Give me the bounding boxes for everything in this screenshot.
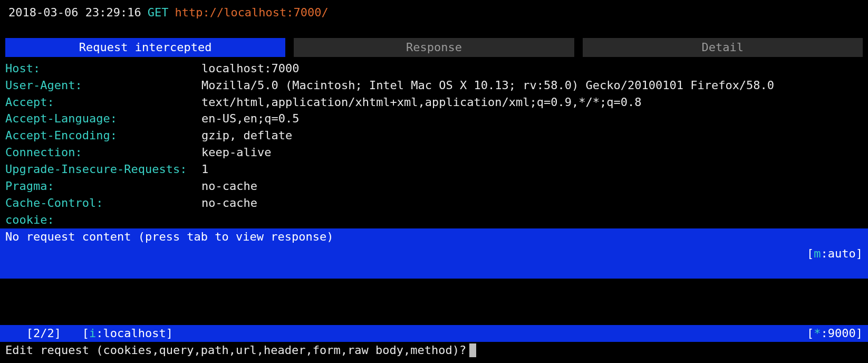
header-name: Accept: — [5, 94, 201, 111]
status-left: [2/2] [i:localhost] — [5, 325, 173, 342]
header-value: no-cache — [201, 195, 257, 212]
prompt-text: Edit request (cookies,query,path,url,hea… — [5, 342, 466, 359]
request-headers: Host: localhost:7000 User-Agent: Mozilla… — [0, 57, 868, 228]
display-mode: [m:auto] — [779, 228, 863, 279]
header-row[interactable]: User-Agent: Mozilla/5.0 (Macintosh; Inte… — [5, 77, 863, 94]
header-name: cookie: — [5, 212, 201, 228]
header-name: Accept-Encoding: — [5, 127, 201, 144]
bracket-open: [ — [807, 247, 814, 260]
timestamp: 2018-03-06 23:29:16 — [8, 4, 141, 21]
cursor-icon — [469, 343, 476, 357]
bracket-close: ] — [166, 327, 173, 340]
header-name: User-Agent: — [5, 77, 201, 94]
header-name: Upgrade-Insecure-Requests: — [5, 161, 201, 178]
http-method: GET — [148, 4, 169, 21]
bracket-close: ] — [856, 247, 863, 260]
header-row[interactable]: Connection: keep-alive — [5, 144, 863, 161]
status-bar: [2/2] [i:localhost] [*:9000] — [0, 325, 868, 342]
request-summary-line: 2018-03-06 23:29:16 GET http://localhost… — [0, 0, 868, 23]
header-row[interactable]: Cache-Control: no-cache — [5, 195, 863, 212]
header-name: Connection: — [5, 144, 201, 161]
content-status-bar: No request content (press tab to view re… — [0, 228, 868, 279]
bracket-close: ] — [856, 327, 863, 340]
header-value: en-US,en;q=0.5 — [201, 110, 299, 127]
header-value: text/html,application/xhtml+xml,applicat… — [201, 94, 641, 111]
port-key: * — [814, 327, 821, 340]
intercept-value: localhost — [103, 327, 166, 340]
flow-position: [2/2] — [26, 327, 61, 340]
header-row[interactable]: Host: localhost:7000 — [5, 60, 863, 77]
request-url: http://localhost:7000/ — [175, 4, 328, 21]
tab-request[interactable]: Request intercepted — [5, 38, 285, 57]
header-row[interactable]: cookie: — [5, 212, 863, 228]
intercept-key: i — [89, 327, 96, 340]
header-value: localhost:7000 — [201, 60, 299, 77]
mode-sep: : — [821, 247, 828, 260]
header-value: no-cache — [201, 178, 257, 195]
header-value: keep-alive — [201, 144, 271, 161]
empty-space — [0, 279, 868, 325]
header-row[interactable]: Accept-Language: en-US,en;q=0.5 — [5, 110, 863, 127]
header-row[interactable]: Accept-Encoding: gzip, deflate — [5, 127, 863, 144]
intercept-sep: : — [96, 327, 103, 340]
port-value: 9000 — [828, 327, 856, 340]
status-right: [*:9000] — [807, 325, 863, 342]
content-message: No request content (press tab to view re… — [5, 228, 334, 279]
tab-response[interactable]: Response — [294, 38, 574, 57]
header-name: Host: — [5, 60, 201, 77]
header-value: Mozilla/5.0 (Macintosh; Intel Mac OS X 1… — [201, 77, 774, 94]
header-row[interactable]: Accept: text/html,application/xhtml+xml,… — [5, 94, 863, 111]
header-row[interactable]: Pragma: no-cache — [5, 178, 863, 195]
command-prompt[interactable]: Edit request (cookies,query,path,url,hea… — [0, 342, 868, 363]
header-row[interactable]: Upgrade-Insecure-Requests: 1 — [5, 161, 863, 178]
view-tabs: Request intercepted Response Detail — [0, 38, 868, 57]
header-value: gzip, deflate — [201, 127, 292, 144]
mode-value: auto — [828, 247, 856, 260]
bracket-open: [ — [82, 327, 89, 340]
port-sep: : — [821, 327, 828, 340]
header-name: Accept-Language: — [5, 110, 201, 127]
bracket-open: [ — [807, 327, 814, 340]
header-name: Cache-Control: — [5, 195, 201, 212]
mode-key: m — [814, 247, 821, 260]
tab-detail[interactable]: Detail — [583, 38, 863, 57]
header-value: 1 — [201, 161, 208, 178]
header-name: Pragma: — [5, 178, 201, 195]
